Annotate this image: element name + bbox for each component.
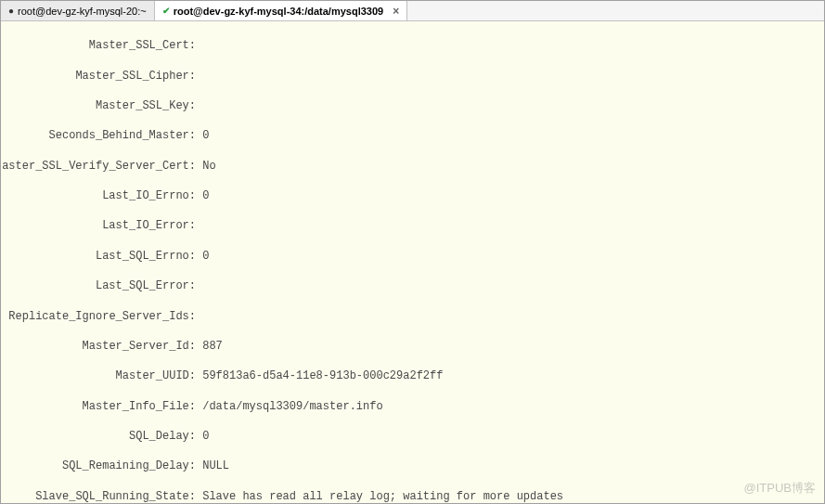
watermark-text: @ITPUB博客 (744, 480, 816, 497)
checkmark-icon: ✔ (162, 6, 170, 16)
status-row: Last_SQL_Error: (1, 278, 824, 293)
status-label: Last_SQL_Errno: (1, 249, 196, 264)
status-label: Last_IO_Error: (1, 218, 196, 233)
status-row: Last_IO_Error: (1, 218, 824, 233)
status-label: Slave_SQL_Running_State: (1, 489, 196, 504)
status-row: Seconds_Behind_Master: 0 (1, 128, 824, 143)
status-value: /data/mysql3309/master.info (196, 400, 383, 413)
status-value: Slave has read all relay log; waiting fo… (196, 490, 563, 503)
status-row: Master_Server_Id: 887 (1, 339, 824, 354)
status-label: Master_SSL_Cipher: (1, 69, 196, 84)
status-row: Last_SQL_Errno: 0 (1, 249, 824, 264)
tab-inactive[interactable]: ● root@dev-gz-kyf-mysql-20:~ (1, 1, 155, 20)
status-row: SQL_Delay: 0 (1, 429, 824, 444)
status-dot-icon: ● (8, 6, 14, 16)
status-label: SQL_Delay: (1, 429, 196, 444)
status-row: SQL_Remaining_Delay: NULL (1, 459, 824, 473)
status-value: 0 (196, 430, 209, 443)
status-row: Master_SSL_Cipher: (1, 69, 824, 84)
status-row: Replicate_Ignore_Server_Ids: (1, 309, 824, 324)
status-value: NULL (196, 459, 229, 472)
status-label: Replicate_Ignore_Server_Ids: (1, 309, 196, 324)
tab-label: root@dev-gz-kyf-mysql-34:/data/mysql3309 (174, 6, 384, 17)
status-label: Master_Server_Id: (1, 339, 196, 354)
status-row: Master_SSL_Cert: (1, 38, 824, 53)
status-value: No (196, 160, 216, 173)
close-icon[interactable]: × (393, 5, 399, 18)
status-label: aster_SSL_Verify_Server_Cert: (1, 159, 196, 174)
tab-bar: ● root@dev-gz-kyf-mysql-20:~ ✔ root@dev-… (1, 1, 824, 21)
status-row: aster_SSL_Verify_Server_Cert: No (1, 159, 824, 174)
terminal-output[interactable]: Master_SSL_Cert: Master_SSL_Cipher: Mast… (1, 21, 824, 504)
tab-label: root@dev-gz-kyf-mysql-20:~ (18, 6, 147, 17)
status-row: Master_UUID: 59f813a6-d5a4-11e8-913b-000… (1, 368, 824, 383)
status-label: Last_IO_Errno: (1, 188, 196, 203)
status-row: Slave_SQL_Running_State: Slave has read … (1, 489, 824, 504)
status-label: Seconds_Behind_Master: (1, 128, 196, 143)
tab-active[interactable]: ✔ root@dev-gz-kyf-mysql-34:/data/mysql33… (155, 1, 408, 20)
status-label: Master_Info_File: (1, 399, 196, 414)
status-value: 0 (196, 250, 209, 263)
status-label: Last_SQL_Error: (1, 278, 196, 293)
status-row: Master_SSL_Key: (1, 98, 824, 113)
status-label: Master_SSL_Cert: (1, 38, 196, 53)
status-row: Master_Info_File: /data/mysql3309/master… (1, 399, 824, 414)
status-label: SQL_Remaining_Delay: (1, 459, 196, 473)
status-value: 59f813a6-d5a4-11e8-913b-000c29a2f2ff (196, 369, 443, 382)
status-row: Last_IO_Errno: 0 (1, 188, 824, 203)
status-value: 0 (196, 129, 209, 142)
status-label: Master_SSL_Key: (1, 98, 196, 113)
status-value: 0 (196, 189, 209, 202)
status-value: 887 (196, 340, 223, 353)
status-label: Master_UUID: (1, 368, 196, 383)
